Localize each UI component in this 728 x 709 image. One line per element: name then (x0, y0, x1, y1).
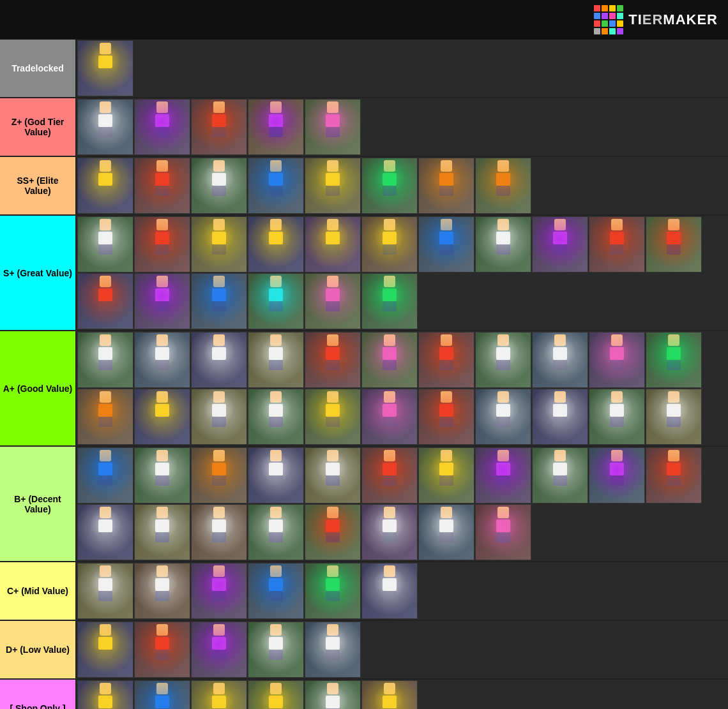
tier-item[interactable] (589, 389, 645, 445)
char-legs (610, 244, 624, 255)
tier-item[interactable] (305, 389, 361, 445)
tier-item[interactable] (532, 216, 588, 272)
tier-item[interactable] (248, 158, 304, 214)
tier-item[interactable] (646, 332, 702, 388)
tier-item[interactable] (305, 680, 361, 709)
tier-item[interactable] (361, 680, 418, 709)
char-effect (203, 220, 235, 252)
tier-item[interactable] (134, 99, 190, 155)
tier-item[interactable] (305, 99, 361, 155)
tier-item[interactable] (191, 216, 247, 272)
char-figure (80, 276, 131, 327)
tier-item[interactable] (191, 99, 247, 155)
tier-item[interactable] (77, 332, 133, 388)
tier-item[interactable] (646, 447, 702, 504)
tier-item[interactable] (475, 158, 531, 214)
tier-item[interactable] (589, 332, 645, 388)
tier-item[interactable] (361, 216, 418, 272)
tier-item[interactable] (305, 563, 361, 619)
tier-item[interactable] (418, 332, 474, 388)
tier-item[interactable] (646, 389, 702, 445)
tier-item[interactable] (305, 332, 361, 388)
tier-item[interactable] (361, 332, 418, 388)
tier-item[interactable] (77, 563, 133, 619)
tier-item[interactable] (248, 504, 304, 560)
tier-item[interactable] (418, 389, 474, 445)
tier-item[interactable] (305, 216, 361, 272)
tier-item[interactable] (134, 216, 190, 272)
tier-item[interactable] (532, 332, 588, 388)
tier-item[interactable] (191, 332, 247, 388)
tier-item[interactable] (191, 273, 247, 329)
tier-item[interactable] (475, 389, 531, 445)
tier-item[interactable] (418, 216, 474, 272)
tier-item[interactable] (77, 158, 133, 214)
tier-item[interactable] (191, 622, 247, 678)
tier-item[interactable] (134, 273, 190, 329)
tier-item[interactable] (248, 99, 304, 155)
tier-item[interactable] (77, 447, 133, 504)
char-legs (155, 186, 169, 196)
tier-item[interactable] (191, 158, 247, 214)
tier-item[interactable] (418, 504, 474, 560)
tier-item[interactable] (475, 216, 531, 272)
char-head (213, 276, 225, 287)
tier-item[interactable] (361, 158, 418, 214)
tier-item[interactable] (77, 40, 133, 96)
tier-item[interactable] (134, 332, 190, 388)
tier-item[interactable] (191, 447, 247, 504)
tier-item[interactable] (248, 447, 304, 504)
tier-item[interactable] (77, 216, 133, 272)
tier-item[interactable] (191, 563, 247, 619)
char-figure (478, 450, 529, 501)
tier-item[interactable] (418, 447, 474, 504)
tier-item[interactable] (418, 158, 474, 214)
char-legs (439, 417, 453, 427)
tier-item[interactable] (532, 389, 588, 445)
tier-item[interactable] (134, 622, 190, 678)
tier-item[interactable] (646, 216, 702, 272)
tier-item[interactable] (248, 680, 304, 709)
tier-item[interactable] (589, 216, 645, 272)
tier-item[interactable] (248, 273, 304, 329)
tier-item[interactable] (589, 447, 645, 504)
tier-item[interactable] (361, 504, 418, 560)
char-effect (374, 336, 406, 368)
tier-item[interactable] (305, 504, 361, 560)
tier-item[interactable] (305, 158, 361, 214)
tier-item[interactable] (77, 389, 133, 445)
tier-item[interactable] (77, 622, 133, 678)
tier-item[interactable] (134, 158, 190, 214)
tier-item[interactable] (248, 216, 304, 272)
tier-item[interactable] (134, 389, 190, 445)
tier-item[interactable] (475, 504, 531, 560)
char-legs (326, 475, 340, 486)
tier-item[interactable] (305, 622, 361, 678)
tier-item[interactable] (305, 273, 361, 329)
tier-item[interactable] (134, 680, 190, 709)
tier-item[interactable] (361, 447, 418, 504)
tier-item[interactable] (532, 447, 588, 504)
tier-item[interactable] (77, 273, 133, 329)
tier-item[interactable] (361, 273, 418, 329)
tier-label-ssplus: SS+ (Elite Value) (0, 157, 77, 214)
tier-item[interactable] (361, 563, 418, 619)
tier-item[interactable] (134, 504, 190, 560)
tier-item[interactable] (191, 680, 247, 709)
tier-item[interactable] (248, 332, 304, 388)
tier-item[interactable] (305, 447, 361, 504)
tier-item[interactable] (77, 504, 133, 560)
tier-item[interactable] (77, 680, 133, 709)
tier-item[interactable] (361, 389, 418, 445)
tier-item[interactable] (475, 332, 531, 388)
tier-item[interactable] (77, 99, 133, 155)
char-legs (383, 417, 397, 427)
tier-item[interactable] (475, 447, 531, 504)
tier-item[interactable] (134, 563, 190, 619)
tier-item[interactable] (248, 563, 304, 619)
tier-item[interactable] (248, 622, 304, 678)
tier-item[interactable] (191, 504, 247, 560)
tier-item[interactable] (134, 447, 190, 504)
tier-item[interactable] (248, 389, 304, 445)
tier-item[interactable] (191, 389, 247, 445)
